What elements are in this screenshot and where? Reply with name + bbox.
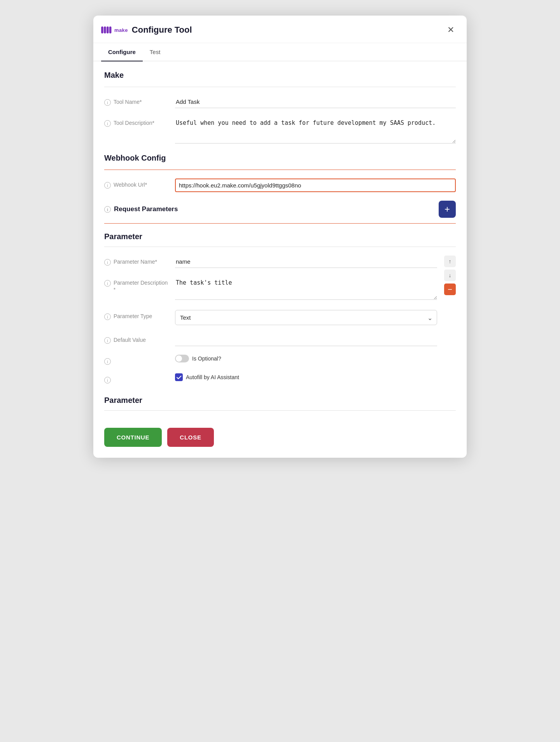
- param-type-select-wrapper: Text Number Boolean Date Array Object ⌄: [175, 310, 437, 325]
- tool-name-input[interactable]: [175, 96, 456, 108]
- make-logo: make: [101, 26, 128, 33]
- param-desc-input[interactable]: The task's title: [175, 276, 437, 300]
- webhook-section: Webhook Config i Webhook Url*: [104, 154, 456, 192]
- modal-footer: CONTINUE CLOSE: [93, 419, 467, 458]
- param-optional-input-col: Is Optional?: [175, 355, 437, 362]
- arrow-down-icon: ↓: [449, 272, 452, 278]
- parameter-1-section: Parameter i Parameter Name*: [104, 232, 456, 392]
- param-optional-label: Is Optional?: [192, 355, 221, 362]
- parameter-1-divider: [104, 247, 456, 247]
- param-type-select[interactable]: Text Number Boolean Date Array Object: [175, 310, 437, 325]
- param-optional-toggle[interactable]: [175, 355, 189, 362]
- make-section-divider: [104, 87, 456, 87]
- tool-description-row: i Tool Description* Useful when you need…: [104, 117, 456, 145]
- param-type-info-icon[interactable]: i: [104, 313, 111, 320]
- param-name-label-col: i Parameter Name*: [104, 256, 170, 266]
- parameter-2-section: Parameter: [104, 396, 456, 411]
- close-icon: ✕: [447, 25, 454, 35]
- configure-tool-modal: make Configure Tool ✕ Configure Test Mak…: [93, 16, 467, 458]
- move-up-button[interactable]: ↑: [444, 256, 456, 267]
- minus-icon: −: [448, 285, 452, 294]
- webhook-url-input-col: [175, 178, 456, 192]
- param-default-input-col: [175, 334, 437, 346]
- parameter-1-fields-wrapper: i Parameter Name* i Parameter Descriptio: [104, 256, 456, 392]
- webhook-url-input[interactable]: [175, 178, 456, 192]
- tab-test[interactable]: Test: [143, 43, 168, 61]
- tabs-bar: Configure Test: [93, 43, 467, 61]
- parameter-2-title: Parameter: [104, 396, 456, 405]
- tool-description-input[interactable]: Useful when you need to add a task for f…: [175, 117, 456, 144]
- param-default-info-icon[interactable]: i: [104, 337, 111, 344]
- param-type-label-col: i Parameter Type: [104, 310, 170, 320]
- request-params-title: i Request Parameters: [104, 205, 439, 213]
- param-name-row: i Parameter Name*: [104, 256, 437, 268]
- parameter-1-title: Parameter: [104, 232, 456, 241]
- param-type-select-col: Text Number Boolean Date Array Object ⌄: [175, 310, 437, 325]
- param-default-row: i Default Value: [104, 334, 437, 346]
- param-desc-label-text: Parameter Description *: [114, 280, 168, 292]
- param-autofill-label: Autofill by AI Assistant: [186, 374, 239, 380]
- make-section: Make i Tool Name* i Tool Description*: [104, 71, 456, 145]
- close-footer-button[interactable]: CLOSE: [167, 428, 214, 447]
- logo-text: make: [114, 27, 128, 33]
- tool-description-label-col: i Tool Description*: [104, 117, 170, 127]
- request-params-info-icon[interactable]: i: [104, 206, 111, 213]
- param-desc-input-col: The task's title: [175, 276, 437, 301]
- param-autofill-label-col: i: [104, 373, 170, 383]
- webhook-section-divider: [104, 170, 456, 170]
- param-default-label: Default Value: [114, 337, 146, 343]
- parameter-1-fields: i Parameter Name* i Parameter Descriptio: [104, 256, 437, 392]
- param-autofill-info-icon[interactable]: i: [104, 377, 111, 383]
- param-desc-label-col: i Parameter Description *: [104, 276, 170, 292]
- tool-name-info-icon[interactable]: i: [104, 99, 111, 106]
- param-autofill-checkbox[interactable]: [175, 373, 183, 381]
- parameter-2-divider: [104, 410, 456, 411]
- param-autofill-input-col: Autofill by AI Assistant: [175, 373, 437, 381]
- webhook-url-row: i Webhook Url*: [104, 178, 456, 192]
- svg-rect-3: [109, 26, 112, 33]
- param-autofill-checkbox-wrapper: Autofill by AI Assistant: [175, 373, 437, 381]
- webhook-section-title: Webhook Config: [104, 154, 456, 163]
- checkmark-icon: [177, 375, 182, 380]
- webhook-url-label-col: i Webhook Url*: [104, 178, 170, 189]
- add-icon: +: [444, 204, 450, 215]
- param-optional-row: i Is Optional?: [104, 355, 437, 365]
- param-optional-info-icon[interactable]: i: [104, 358, 111, 365]
- svg-rect-1: [104, 26, 106, 33]
- tool-description-input-col: Useful when you need to add a task for f…: [175, 117, 456, 145]
- svg-rect-0: [101, 26, 103, 33]
- param-default-label-col: i Default Value: [104, 334, 170, 344]
- svg-rect-2: [107, 26, 109, 33]
- webhook-url-label: Webhook Url*: [114, 182, 147, 188]
- webhook-url-info-icon[interactable]: i: [104, 182, 111, 189]
- tool-description-info-icon[interactable]: i: [104, 120, 111, 127]
- add-parameter-button[interactable]: +: [439, 201, 456, 218]
- parameter-1-controls: ↑ ↓ −: [444, 256, 456, 295]
- request-params-header: i Request Parameters +: [104, 201, 456, 218]
- modal-header: make Configure Tool ✕: [93, 16, 467, 43]
- request-params-divider: [104, 223, 456, 224]
- modal-body: Make i Tool Name* i Tool Description*: [93, 61, 467, 419]
- close-button[interactable]: ✕: [446, 24, 456, 36]
- move-down-button[interactable]: ↓: [444, 270, 456, 281]
- param-name-label: Parameter Name*: [114, 259, 157, 265]
- continue-button[interactable]: CONTINUE: [104, 428, 162, 447]
- param-optional-label-col: i: [104, 355, 170, 365]
- param-type-row: i Parameter Type Text Number Boolean Dat…: [104, 310, 437, 325]
- tool-name-input-col: [175, 96, 456, 108]
- arrow-up-icon: ↑: [449, 258, 452, 264]
- remove-parameter-button[interactable]: −: [444, 284, 456, 295]
- param-optional-toggle-wrapper: Is Optional?: [175, 355, 437, 362]
- tool-description-label: Tool Description*: [114, 120, 154, 126]
- param-default-input[interactable]: [175, 334, 437, 346]
- param-desc-info-icon[interactable]: i: [104, 280, 111, 287]
- tool-name-label: Tool Name*: [114, 99, 142, 105]
- param-autofill-row: i Autofill by AI Assistant: [104, 373, 437, 383]
- tool-name-label-col: i Tool Name*: [104, 96, 170, 106]
- tool-name-row: i Tool Name*: [104, 96, 456, 108]
- param-name-input[interactable]: [175, 256, 437, 268]
- param-name-input-col: [175, 256, 437, 268]
- tab-configure[interactable]: Configure: [101, 43, 143, 61]
- param-name-info-icon[interactable]: i: [104, 259, 111, 266]
- param-type-label: Parameter Type: [114, 313, 152, 319]
